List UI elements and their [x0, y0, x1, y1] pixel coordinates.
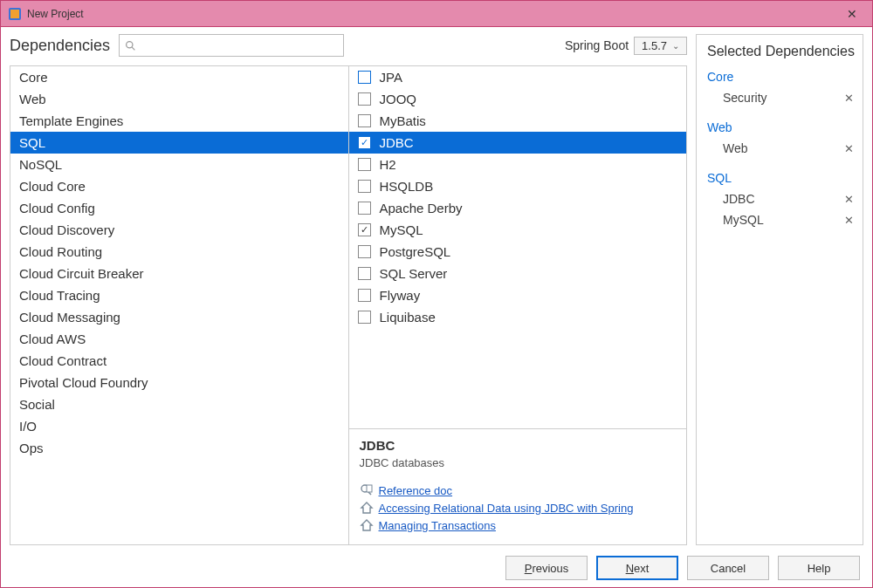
search-icon: [125, 40, 136, 51]
dependency-item[interactable]: HSQLDB: [349, 175, 687, 197]
detail-link-text[interactable]: Accessing Relational Data using JDBC wit…: [379, 502, 634, 515]
selected-item-label: JDBC: [723, 192, 755, 206]
dependency-item[interactable]: Liquibase: [349, 306, 687, 328]
category-item[interactable]: Cloud Core: [10, 175, 348, 197]
remove-icon[interactable]: ✕: [844, 193, 854, 206]
selected-group: CoreSecurity✕: [707, 66, 856, 108]
category-item[interactable]: Cloud AWS: [10, 328, 348, 350]
previous-button[interactable]: Previous: [505, 556, 588, 580]
checkbox-icon[interactable]: [358, 71, 371, 84]
remove-icon[interactable]: ✕: [844, 142, 854, 155]
selected-item: Web✕: [707, 138, 856, 159]
springboot-version-row: Spring Boot 1.5.7 ⌄: [565, 37, 687, 55]
category-item[interactable]: Cloud Circuit Breaker: [10, 263, 348, 284]
category-item[interactable]: Social: [10, 393, 348, 415]
category-item[interactable]: SQL: [10, 132, 348, 154]
dependencies-title: Dependencies: [10, 37, 110, 55]
dependency-item[interactable]: SQL Server: [349, 263, 687, 284]
window-title: New Project: [27, 8, 839, 20]
next-button[interactable]: Next: [596, 556, 678, 580]
category-item[interactable]: Cloud Messaging: [10, 306, 348, 328]
selected-item-label: Security: [723, 91, 767, 105]
cancel-button[interactable]: Cancel: [687, 556, 769, 580]
left-pane: Dependencies Spring Boot 1.5.7 ⌄ CoreWe: [10, 34, 687, 545]
selected-panel-title: Selected Dependencies: [707, 44, 856, 59]
dependency-list[interactable]: JPAJOOQMyBatis✓JDBCH2HSQLDBApache Derby✓…: [349, 66, 687, 428]
dependency-label: MySQL: [380, 222, 423, 237]
content: Dependencies Spring Boot 1.5.7 ⌄ CoreWe: [1, 27, 872, 549]
svg-line-3: [132, 47, 134, 50]
dependency-item[interactable]: ✓JDBC: [349, 132, 687, 154]
selected-item: JDBC✕: [707, 188, 856, 209]
dependency-label: JPA: [380, 70, 402, 85]
category-item[interactable]: Web: [10, 88, 348, 110]
category-item[interactable]: Cloud Tracing: [10, 284, 348, 306]
dependency-label: Liquibase: [380, 310, 436, 325]
detail-link[interactable]: Reference doc: [360, 483, 677, 497]
close-icon[interactable]: ✕: [839, 7, 865, 21]
detail-link[interactable]: Accessing Relational Data using JDBC wit…: [360, 501, 677, 515]
checkbox-icon[interactable]: ✓: [358, 136, 371, 149]
new-project-dialog: New Project ✕ Dependencies Spring Boot 1…: [0, 0, 873, 588]
button-bar: Previous Next Cancel Help: [1, 549, 872, 587]
category-item[interactable]: Cloud Config: [10, 197, 348, 219]
lists: CoreWebTemplate EnginesSQLNoSQLCloud Cor…: [10, 65, 687, 545]
checkbox-icon[interactable]: [358, 114, 371, 127]
home-icon: [360, 501, 374, 515]
checkbox-icon[interactable]: [358, 289, 371, 302]
checkbox-icon[interactable]: [358, 202, 371, 215]
category-item[interactable]: Cloud Routing: [10, 241, 348, 263]
remove-icon[interactable]: ✕: [844, 214, 854, 227]
springboot-version-select[interactable]: 1.5.7 ⌄: [634, 37, 687, 55]
dependency-item[interactable]: ✓MySQL: [349, 219, 687, 241]
top-header: Dependencies Spring Boot 1.5.7 ⌄: [10, 34, 687, 57]
selected-group: WebWeb✕: [707, 117, 856, 159]
detail-link-text[interactable]: Reference doc: [379, 484, 453, 497]
category-item[interactable]: Pivotal Cloud Foundry: [10, 372, 348, 393]
dependency-label: JOOQ: [380, 92, 417, 106]
dependency-item[interactable]: PostgreSQL: [349, 241, 687, 263]
search-field-wrap[interactable]: [119, 34, 344, 57]
selected-item-label: Web: [723, 141, 748, 155]
svg-rect-6: [367, 485, 372, 492]
dependency-item[interactable]: H2: [349, 154, 687, 175]
category-item[interactable]: Core: [10, 66, 348, 88]
search-input[interactable]: [140, 39, 338, 52]
dependency-item[interactable]: Apache Derby: [349, 197, 687, 219]
category-item[interactable]: Cloud Contract: [10, 350, 348, 372]
doc-icon: [360, 483, 374, 497]
selected-item: Security✕: [707, 87, 856, 108]
help-button[interactable]: Help: [778, 556, 860, 580]
category-item[interactable]: Template Engines: [10, 110, 348, 132]
selected-group-header: SQL: [707, 168, 856, 188]
remove-icon[interactable]: ✕: [844, 92, 854, 105]
dependency-item[interactable]: JOOQ: [349, 88, 687, 110]
dependency-item[interactable]: Flyway: [349, 284, 687, 306]
detail-description: JDBC databases: [360, 456, 677, 469]
checkbox-icon[interactable]: [358, 311, 371, 324]
category-item[interactable]: I/O: [10, 415, 348, 437]
dependency-label: HSQLDB: [380, 179, 434, 194]
category-item[interactable]: Cloud Discovery: [10, 219, 348, 241]
dependency-item[interactable]: JPA: [349, 66, 687, 88]
category-list[interactable]: CoreWebTemplate EnginesSQLNoSQLCloud Cor…: [10, 66, 349, 544]
category-item[interactable]: Ops: [10, 437, 348, 459]
dependency-column: JPAJOOQMyBatis✓JDBCH2HSQLDBApache Derby✓…: [349, 66, 687, 544]
checkbox-icon[interactable]: [358, 180, 371, 193]
dependency-item[interactable]: MyBatis: [349, 110, 687, 132]
checkbox-icon[interactable]: [358, 245, 371, 258]
checkbox-icon[interactable]: [358, 158, 371, 171]
chevron-down-icon: ⌄: [672, 41, 679, 51]
checkbox-icon[interactable]: ✓: [358, 223, 371, 236]
checkbox-icon[interactable]: [358, 267, 371, 280]
selected-item-label: MySQL: [723, 213, 764, 227]
dependency-label: PostgreSQL: [380, 244, 451, 259]
detail-link-text[interactable]: Managing Transactions: [379, 519, 496, 532]
selected-group-header: Core: [707, 66, 856, 87]
dependency-label: SQL Server: [380, 266, 448, 281]
titlebar[interactable]: New Project ✕: [1, 1, 872, 27]
detail-link[interactable]: Managing Transactions: [360, 518, 677, 532]
dependency-label: MyBatis: [380, 113, 426, 128]
checkbox-icon[interactable]: [358, 92, 371, 106]
category-item[interactable]: NoSQL: [10, 154, 348, 175]
